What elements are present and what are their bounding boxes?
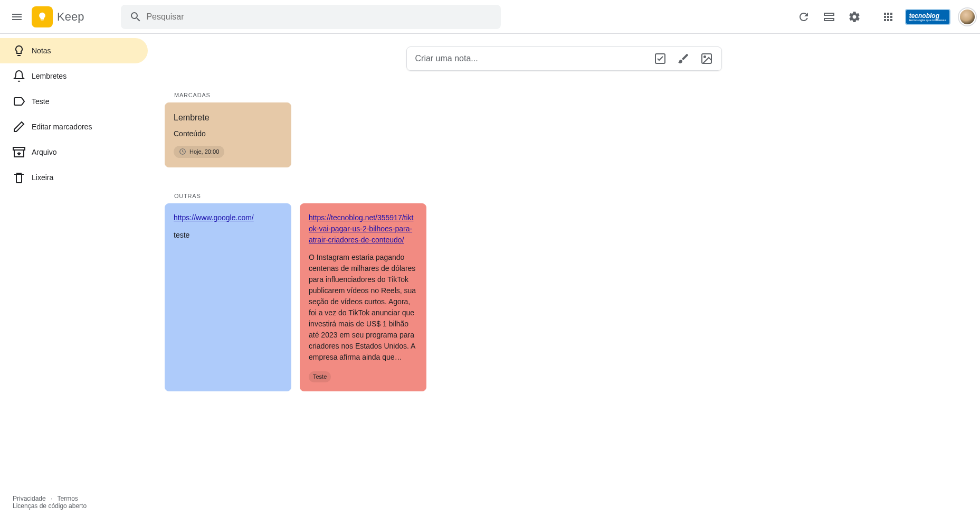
- extension-badge[interactable]: tecnoblog tecnologia que interessa: [905, 9, 950, 25]
- menu-icon: [11, 11, 23, 23]
- svg-point-2: [704, 56, 706, 58]
- app-logo[interactable]: Keep: [32, 6, 84, 27]
- sidebar: Notas Lembretes Teste Editar marcadores …: [0, 34, 148, 190]
- refresh-button[interactable]: [793, 6, 814, 27]
- note-title: Lembrete: [174, 111, 282, 124]
- header: Keep tecnoblog tecnologia que interessa: [0, 0, 980, 34]
- sidebar-item-lixeira[interactable]: Lixeira: [0, 165, 148, 190]
- sidebar-item-editar-marcadores[interactable]: Editar marcadores: [0, 114, 148, 139]
- settings-button[interactable]: [844, 6, 865, 27]
- search-icon: [125, 6, 146, 27]
- sidebar-item-label: Teste: [32, 97, 49, 106]
- trash-icon: [6, 171, 32, 184]
- search-input[interactable]: [146, 12, 497, 22]
- pencil-icon: [6, 120, 32, 133]
- note-body: O Instagram estaria pagando centenas de …: [309, 252, 417, 363]
- note-card[interactable]: Lembrete Conteúdo Hoje, 20:00: [165, 102, 291, 167]
- reminder-time: Hoje, 20:00: [189, 147, 219, 156]
- app-name: Keep: [57, 10, 84, 24]
- clock-icon: [179, 148, 186, 155]
- image-icon: [700, 52, 713, 65]
- note-card[interactable]: https://tecnoblog.net/355917/tiktok-vai-…: [300, 203, 426, 391]
- brush-icon: [677, 52, 690, 65]
- sidebar-item-teste[interactable]: Teste: [0, 89, 148, 114]
- sidebar-item-label: Notas: [32, 46, 51, 55]
- keep-logo-icon: [32, 6, 53, 27]
- sidebar-item-label: Lembretes: [32, 72, 66, 80]
- checkbox-icon: [654, 52, 667, 65]
- lightbulb-icon: [6, 44, 32, 57]
- section-others-label: OUTRAS: [174, 193, 963, 199]
- sidebar-item-label: Arquivo: [32, 148, 56, 156]
- sidebar-item-arquivo[interactable]: Arquivo: [0, 139, 148, 165]
- note-card[interactable]: https://www.google.com/ teste: [165, 203, 291, 391]
- other-notes-grid: https://www.google.com/ teste https://te…: [165, 203, 963, 391]
- gear-icon: [848, 11, 861, 23]
- main-menu-button[interactable]: [4, 4, 30, 30]
- sidebar-item-lembretes[interactable]: Lembretes: [0, 63, 148, 89]
- note-link[interactable]: https://www.google.com/: [174, 212, 282, 223]
- note-body: teste: [174, 230, 282, 241]
- list-view-icon: [823, 11, 835, 23]
- create-note-bar[interactable]: Criar uma nota...: [406, 46, 722, 71]
- note-body: Conteúdo: [174, 128, 282, 139]
- section-pinned-label: MARCADAS: [174, 92, 963, 98]
- sidebar-item-label: Editar marcadores: [32, 123, 92, 131]
- search-bar[interactable]: [121, 5, 501, 29]
- apps-button[interactable]: [878, 6, 899, 27]
- archive-icon: [6, 146, 32, 158]
- new-image-button[interactable]: [700, 52, 713, 65]
- main-content: Criar uma nota... MARCADAS Lembrete Cont…: [148, 34, 980, 459]
- pinned-notes-grid: Lembrete Conteúdo Hoje, 20:00: [165, 102, 963, 167]
- note-label-chip[interactable]: Teste: [309, 371, 331, 382]
- list-view-button[interactable]: [819, 6, 840, 27]
- label-icon: [6, 95, 32, 108]
- sidebar-item-notas[interactable]: Notas: [0, 38, 148, 63]
- header-actions: tecnoblog tecnologia que interessa: [793, 6, 976, 27]
- account-avatar[interactable]: [959, 8, 976, 25]
- reminder-chip[interactable]: Hoje, 20:00: [174, 146, 224, 158]
- bell-icon: [6, 70, 32, 82]
- note-link[interactable]: https://tecnoblog.net/355917/tiktok-vai-…: [309, 212, 417, 246]
- new-drawing-button[interactable]: [677, 52, 690, 65]
- sidebar-item-label: Lixeira: [32, 173, 53, 182]
- apps-grid-icon: [882, 11, 895, 23]
- refresh-icon: [797, 11, 810, 23]
- new-list-button[interactable]: [654, 52, 667, 65]
- create-note-placeholder: Criar uma nota...: [415, 54, 654, 63]
